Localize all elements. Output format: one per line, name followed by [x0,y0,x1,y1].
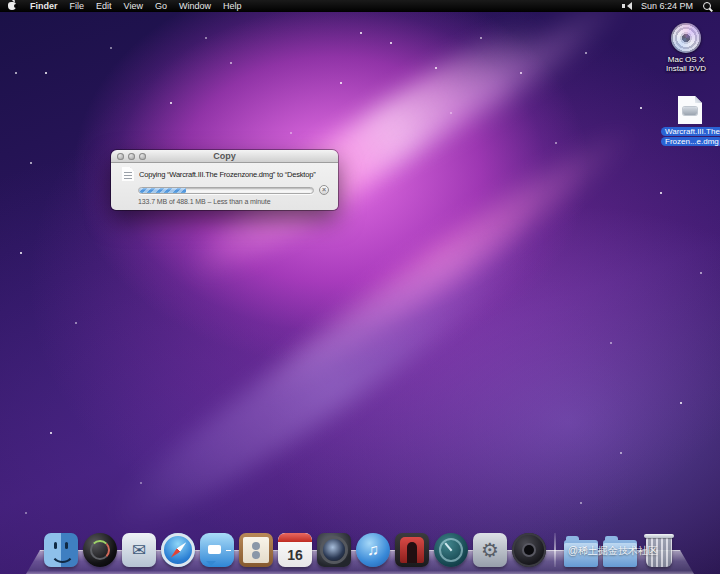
menu-item-help[interactable]: Help [223,0,242,12]
install-dvd-label-line2: Install DVD [657,64,715,73]
window-title: Copy [111,150,338,163]
menu-item-view[interactable]: View [124,0,143,12]
menu-bar: Finder File Edit View Go Window Help Sun… [0,0,720,12]
copy-status-text: 133.7 MB of 488.1 MB – Less than a minut… [138,198,329,205]
stop-copy-button[interactable]: × [319,185,329,195]
itunes-note-glyph: ♫ [356,533,390,567]
gear-glyph: ⚙ [473,533,507,567]
dock-item-dashboard-icon[interactable] [83,533,117,567]
copy-window-body: Copying “Warcraft.III.The Frozenzone.dmg… [111,163,338,210]
volume-icon[interactable] [622,2,631,10]
menu-item-finder[interactable]: Finder [30,0,58,12]
dmg-label-line2: Frozen...e.dmg [661,137,720,146]
dock-item-finder-icon[interactable] [44,533,78,567]
wallpaper [0,12,720,574]
copy-window: Copy Copying “Warcraft.III.The Frozenzon… [111,150,338,210]
install-dvd-label-line1: Mac OS X [657,55,715,64]
dock-item-ical-icon[interactable]: 16 [278,533,312,567]
calendar-day: 16 [278,542,312,567]
dock-divider [554,533,556,567]
dmg-label-line1: Warcraft.III.The [661,127,720,136]
dock-item-ichat-icon[interactable] [200,533,234,567]
copy-window-titlebar[interactable]: Copy [111,150,338,163]
menu-item-window[interactable]: Window [179,0,211,12]
menu-item-edit[interactable]: Edit [96,0,112,12]
mail-envelope-glyph: ✉ [122,533,156,567]
wallpaper-stars [0,12,2,14]
dock-item-time-machine-icon[interactable] [434,533,468,567]
menu-clock[interactable]: Sun 6:24 PM [641,0,693,12]
desktop-icon-dmg-file[interactable]: Warcraft.III.The Frozen...e.dmg [661,96,719,146]
apple-logo-icon [8,2,16,10]
copy-progress-bar [138,187,314,194]
dock-item-safari-icon[interactable] [161,533,195,567]
dmg-document-icon [678,96,702,124]
menu-item-go[interactable]: Go [155,0,167,12]
stop-x-icon: × [322,186,326,194]
dock-item-photo-booth-icon[interactable] [395,533,429,567]
aurora-streak [88,196,562,557]
copied-file-icon [122,167,134,181]
dock-item-itunes-icon[interactable]: ♫ [356,533,390,567]
dock-item-system-preferences-icon[interactable]: ⚙ [473,533,507,567]
desktop-icon-install-dvd[interactable]: Mac OS X Install DVD [657,23,715,73]
dock-item-address-book-icon[interactable] [239,533,273,567]
apple-menu[interactable] [8,1,18,11]
copy-progress-fill [139,188,186,193]
spotlight-icon[interactable] [703,2,712,11]
dvd-disc-icon [671,23,701,53]
menu-item-file[interactable]: File [70,0,85,12]
copy-message: Copying “Warcraft.III.The Frozenzone.dmg… [139,170,316,179]
watermark-text: @稀土掘金技术社区 [568,544,658,558]
desktop: Finder File Edit View Go Window Help Sun… [0,0,720,574]
dock-item-dvd-player-icon[interactable] [512,533,546,567]
calendar-header [278,533,312,542]
dock-item-iphoto-icon[interactable] [317,533,351,567]
dock-item-mail-icon[interactable]: ✉ [122,533,156,567]
